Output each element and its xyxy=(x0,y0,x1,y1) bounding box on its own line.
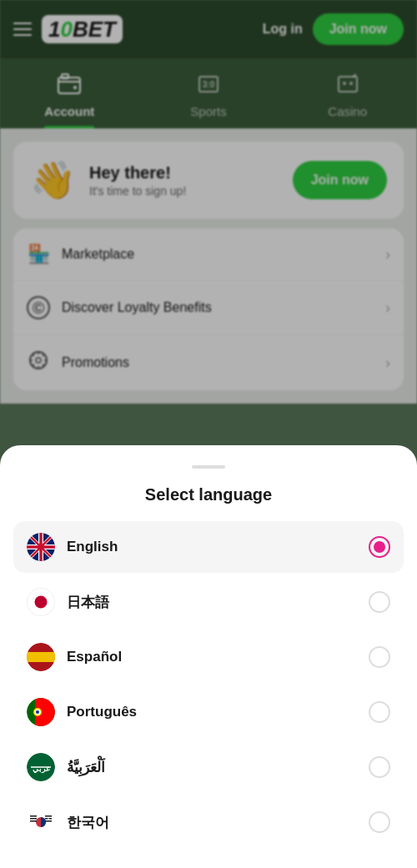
modal-handle xyxy=(192,465,225,469)
svg-rect-34 xyxy=(49,818,53,820)
language-item-english[interactable]: English xyxy=(13,521,404,573)
language-item-japanese[interactable]: 日本語 xyxy=(13,576,404,628)
svg-rect-31 xyxy=(30,820,37,822)
language-name-portuguese: Português xyxy=(67,704,369,720)
svg-text:عربي: عربي xyxy=(33,765,50,774)
language-name-japanese: 日本語 xyxy=(67,593,369,612)
language-item-korean[interactable]: 한국어 xyxy=(13,796,404,848)
language-name-korean: 한국어 xyxy=(67,813,369,832)
radio-spanish[interactable] xyxy=(369,646,390,668)
flag-jp xyxy=(27,588,55,616)
radio-inner-english xyxy=(374,541,385,553)
language-item-portuguese[interactable]: Português xyxy=(13,686,404,738)
radio-arabic[interactable] xyxy=(369,756,390,778)
svg-rect-35 xyxy=(45,820,52,822)
svg-rect-17 xyxy=(27,652,55,662)
modal-title: Select language xyxy=(0,485,417,504)
svg-rect-33 xyxy=(45,818,48,820)
language-list: English 日本語 xyxy=(0,521,417,848)
svg-rect-30 xyxy=(30,818,37,820)
language-name-arabic: اَلْعَرَبِيَّةُ xyxy=(67,759,369,776)
svg-point-23 xyxy=(36,710,39,714)
flag-uk xyxy=(27,533,55,561)
svg-rect-32 xyxy=(45,815,52,817)
language-name-english: English xyxy=(67,539,369,555)
svg-point-13 xyxy=(34,595,47,608)
radio-portuguese[interactable] xyxy=(369,701,390,723)
flag-es xyxy=(27,643,55,671)
svg-rect-29 xyxy=(30,815,37,817)
flag-kr xyxy=(27,808,55,836)
language-modal: Select language English xyxy=(0,445,417,868)
language-item-arabic[interactable]: عربي اَلْعَرَبِيَّةُ xyxy=(13,741,404,793)
flag-ar: عربي xyxy=(27,753,55,781)
language-name-spanish: Español xyxy=(67,649,369,665)
language-item-spanish[interactable]: Español xyxy=(13,631,404,683)
flag-pt xyxy=(27,698,55,726)
radio-korean[interactable] xyxy=(369,811,390,833)
radio-english[interactable] xyxy=(369,536,390,558)
radio-japanese[interactable] xyxy=(369,591,390,613)
